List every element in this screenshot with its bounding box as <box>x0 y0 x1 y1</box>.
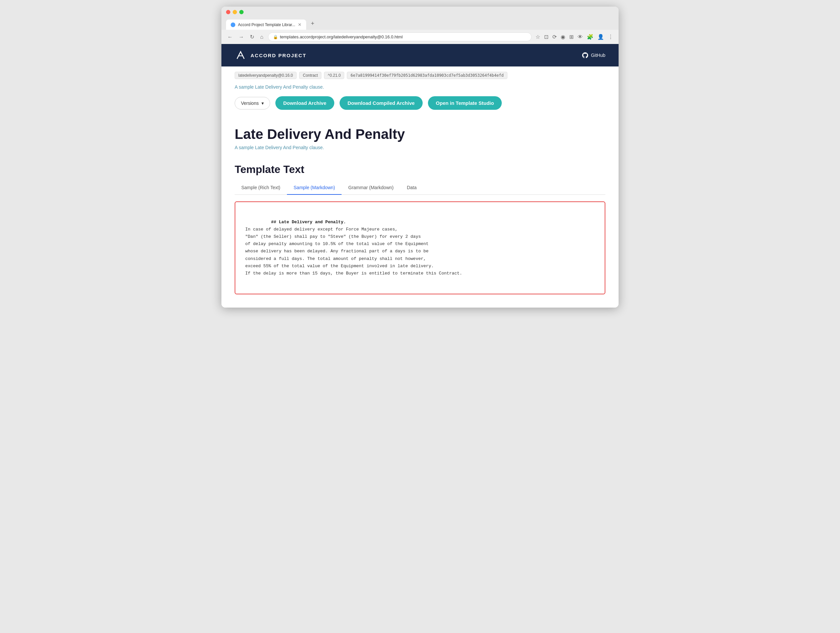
code-block: ## Late Delivery and Penalty. In case of… <box>245 211 595 284</box>
history-button[interactable]: ⟳ <box>552 33 557 41</box>
actions-area: Versions ▾ Download Archive Download Com… <box>221 96 619 120</box>
page-title: Late Delivery And Penalty <box>235 126 605 142</box>
version-badge[interactable]: ^0.21.0 <box>324 72 344 79</box>
maximize-traffic-light[interactable] <box>239 10 243 14</box>
active-tab[interactable]: Accord Project Template Librar... ✕ <box>226 19 306 30</box>
lock-icon: 🔒 <box>273 35 278 39</box>
home-button[interactable]: ⌂ <box>259 33 265 41</box>
github-icon <box>582 52 588 58</box>
eye-button[interactable]: 👁 <box>577 33 584 41</box>
browser-actions: ☆ ⊡ ⟳ ◉ ⊞ 👁 🧩 👤 ⋮ <box>535 33 614 41</box>
accord-logo-icon <box>235 49 246 61</box>
profile-button[interactable]: 👤 <box>597 33 605 41</box>
reload-button[interactable]: ↻ <box>249 33 256 41</box>
site-logo: ACCORD PROJECT <box>235 49 306 61</box>
tab-data[interactable]: Data <box>400 181 423 195</box>
menu-button[interactable]: ⋮ <box>607 33 614 41</box>
page-content: ACCORD PROJECT GitHub latedeliveryandpen… <box>221 44 619 307</box>
tab-sample-markdown[interactable]: Sample (Markdown) <box>287 181 341 195</box>
breadcrumb-area: latedeliveryandpenalty@0.16.0 Contract ^… <box>221 66 619 82</box>
download-archive-button[interactable]: Download Archive <box>275 96 334 110</box>
logo-text: ACCORD PROJECT <box>251 53 306 58</box>
tab-bar: Accord Project Template Librar... ✕ + <box>226 17 614 30</box>
back-button[interactable]: ← <box>226 33 234 41</box>
forward-button[interactable]: → <box>237 33 245 41</box>
minimize-traffic-light[interactable] <box>233 10 237 14</box>
address-bar-row: ← → ↻ ⌂ 🔒 templates.accordproject.org/la… <box>221 30 619 44</box>
site-header: ACCORD PROJECT GitHub <box>221 44 619 66</box>
github-link[interactable]: GitHub <box>582 52 605 58</box>
tab-title: Accord Project Template Librar... <box>238 22 295 27</box>
hash-badge: 6e7a81999414f30ef79fb2051d62983afda10903… <box>347 72 507 79</box>
download-compiled-archive-button[interactable]: Download Compiled Archive <box>339 96 423 110</box>
main-content: Late Delivery And Penalty A sample Late … <box>221 120 619 307</box>
tabs-row: Sample (Rich Text) Sample (Markdown) Gra… <box>235 181 605 195</box>
bookmark-button[interactable]: ☆ <box>535 33 541 41</box>
screenshot-button[interactable]: ⊡ <box>543 33 549 41</box>
account-button[interactable]: ◉ <box>560 33 566 41</box>
tab-manager-button[interactable]: ⊞ <box>568 33 574 41</box>
address-input[interactable]: 🔒 templates.accordproject.org/latedelive… <box>268 32 532 41</box>
package-badge[interactable]: latedeliveryandpenalty@0.16.0 <box>235 72 297 79</box>
versions-button[interactable]: Versions ▾ <box>235 97 270 109</box>
template-text-section-title: Template Text <box>235 164 605 176</box>
code-container: ## Late Delivery and Penalty. In case of… <box>235 202 605 294</box>
url-text: templates.accordproject.org/latedelivery… <box>280 35 403 39</box>
top-description: A sample Late Delivery And Penalty claus… <box>221 82 619 96</box>
type-badge[interactable]: Contract <box>299 72 321 79</box>
tab-sample-rich-text[interactable]: Sample (Rich Text) <box>235 181 287 195</box>
github-label: GitHub <box>591 53 605 58</box>
open-template-studio-button[interactable]: Open in Template Studio <box>428 96 502 110</box>
tab-favicon <box>231 22 235 27</box>
traffic-lights <box>226 10 614 14</box>
tab-close-button[interactable]: ✕ <box>298 22 302 27</box>
browser-window: Accord Project Template Librar... ✕ + ← … <box>221 6 619 307</box>
tab-grammar-markdown[interactable]: Grammar (Markdown) <box>341 181 400 195</box>
new-tab-button[interactable]: + <box>308 17 318 30</box>
code-body: In case of delayed delivery except for F… <box>245 227 462 276</box>
close-traffic-light[interactable] <box>226 10 231 14</box>
browser-chrome: Accord Project Template Librar... ✕ + <box>221 6 619 30</box>
versions-chevron-icon: ▾ <box>262 101 264 106</box>
page-subtitle: A sample Late Delivery And Penalty claus… <box>235 145 605 150</box>
extension-button[interactable]: 🧩 <box>586 33 594 41</box>
versions-label: Versions <box>241 101 259 106</box>
code-heading: ## Late Delivery and Penalty. <box>271 220 346 225</box>
